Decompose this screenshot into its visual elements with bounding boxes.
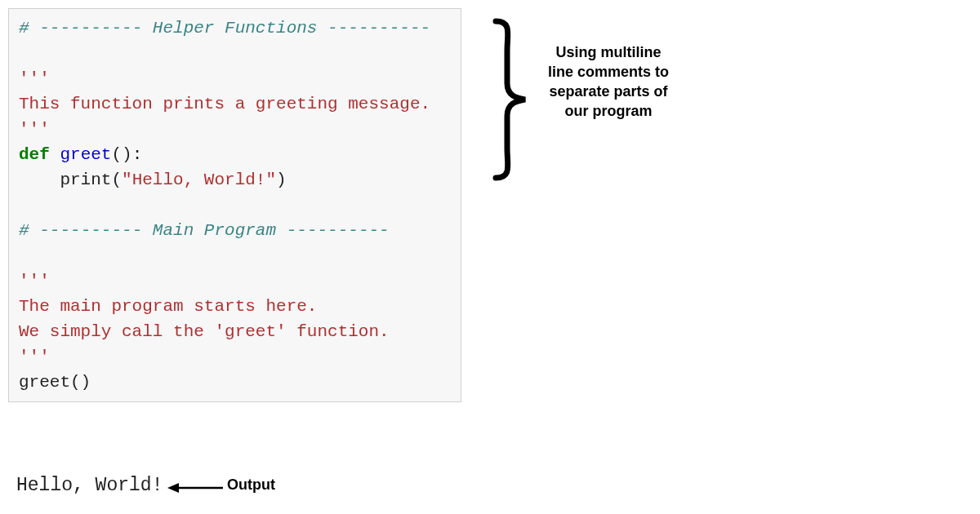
def-line: def greet():: [19, 145, 142, 164]
arrow-left-icon: [167, 481, 225, 494]
curly-brace-icon: [486, 18, 535, 181]
code-block: # ---------- Helper Functions ----------…: [8, 8, 461, 402]
svg-marker-1: [167, 483, 179, 493]
greet-call: greet(): [19, 373, 91, 392]
docstring-text-2a: The main program starts here.: [19, 297, 317, 316]
docstring-close-2: ''': [19, 348, 50, 366]
docstring-close-1: ''': [19, 120, 50, 139]
output-text: Hello, World!: [16, 475, 163, 496]
docstring-open-2: ''': [19, 272, 50, 290]
docstring-open-1: ''': [19, 69, 50, 88]
section-comment-helper: # ---------- Helper Functions ----------: [19, 19, 430, 38]
docstring-text-1: This function prints a greeting message.: [19, 95, 430, 113]
brace-annotation-label: Using multiline line comments to separat…: [543, 42, 674, 121]
output-label: Output: [227, 476, 275, 494]
docstring-text-2b: We simply call the 'greet' function.: [19, 322, 390, 341]
print-line: print("Hello, World!"): [19, 171, 287, 189]
section-comment-main: # ---------- Main Program ----------: [19, 221, 390, 240]
